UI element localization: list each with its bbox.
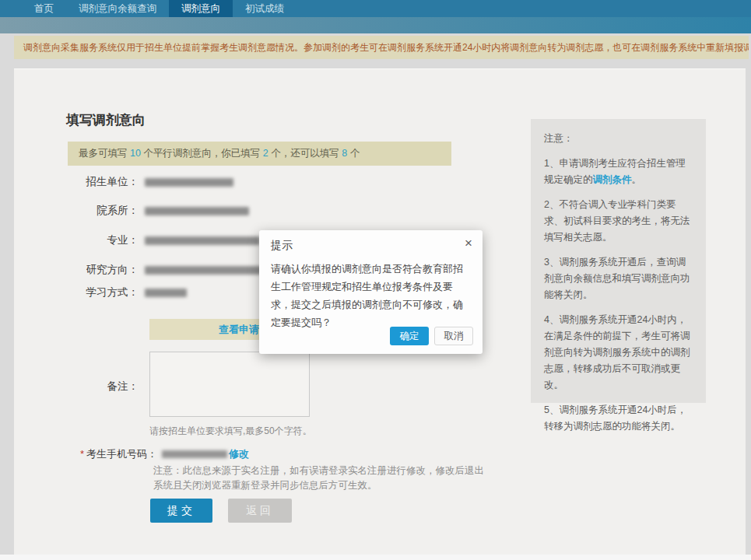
top-navbar: 首页 调剂意向余额查询 调剂意向 初试成绩 <box>0 0 751 17</box>
modify-phone-link[interactable]: 修改 <box>229 448 249 460</box>
navbar-sub-strip <box>0 17 751 33</box>
redacted-value-department <box>145 207 249 215</box>
bottom-strip <box>0 555 751 560</box>
nav-tab-quota-query[interactable]: 调剂意向余额查询 <box>66 0 169 17</box>
redacted-value-admission-unit <box>145 178 233 187</box>
back-button[interactable]: 返回 <box>228 499 292 523</box>
confirm-dialog: 提示 × 请确认你填报的调剂意向是否符合教育部招生工作管理规定和招生单位报考条件… <box>259 230 483 354</box>
close-icon[interactable]: × <box>465 236 472 250</box>
remark-textarea[interactable] <box>149 352 310 417</box>
page: 首页 调剂意向余额查询 调剂意向 初试成绩 调剂意向采集服务系统仅用于招生单位提… <box>0 0 751 560</box>
nav-tab-home[interactable]: 首页 <box>22 0 66 17</box>
field-label-study-mode: 学习方式： <box>66 285 139 299</box>
quota-text: 个 <box>347 148 360 159</box>
sidebar-note-3: 3、调剂服务系统开通后，查询调剂意向余额信息和填写调剂意向功能将关闭。 <box>544 254 693 303</box>
quota-text: 个平行调剂意向，你已填写 <box>141 148 263 159</box>
sidebar-note-5: 5、调剂服务系统开通24小时后，转移为调剂志愿的功能将关闭。 <box>544 402 693 435</box>
redacted-value-major <box>145 236 260 245</box>
nav-tab-adjustment-intention[interactable]: 调剂意向 <box>169 0 233 17</box>
sidebar-note-1: 1、申请调剂考生应符合招生管理规定确定的调剂条件。 <box>544 156 693 188</box>
phone-note-line1: 注意：此信息来源于实名注册，如有误请登录实名注册进行修改，修改后退出 <box>153 464 484 478</box>
remark-help-text: 请按招生单位要求填写,最多50个字符。 <box>149 425 312 438</box>
phone-row: *考生手机号码：修改 <box>80 447 249 461</box>
field-label-research-direction: 研究方向： <box>66 263 139 277</box>
sidebar-note-2: 2、不符合调入专业学科门类要求、初试科目要求的考生，将无法填写相关志愿。 <box>544 197 693 246</box>
quota-text: 最多可填写 <box>79 148 130 159</box>
quota-filled-count: 2 <box>263 148 268 159</box>
submit-button[interactable]: 提交 <box>150 499 212 523</box>
dialog-message: 请确认你填报的调剂意向是否符合教育部招生工作管理规定和招生单位报考条件及要求，提… <box>271 260 472 331</box>
cancel-button[interactable]: 取消 <box>434 327 473 345</box>
redacted-value-research-direction <box>145 266 261 275</box>
adjustment-conditions-link[interactable]: 调剂条件 <box>593 174 632 185</box>
field-label-admission-unit: 招生单位： <box>66 175 139 189</box>
field-label-department: 院系所： <box>66 204 139 218</box>
quota-max-count: 10 <box>130 148 141 159</box>
system-notice-banner: 调剂意向采集服务系统仅用于招生单位提前掌握考生调剂意愿情况。参加调剂的考生可在调… <box>14 36 749 59</box>
sidebar-note-4: 4、调剂服务系统开通24小时内，在满足条件的前提下，考生可将调剂意向转为调剂服务… <box>544 312 693 394</box>
notes-sidebar: 注意： 1、申请调剂考生应符合招生管理规定确定的调剂条件。 2、不符合调入专业学… <box>531 119 706 403</box>
sidebar-title: 注意： <box>544 131 693 147</box>
redacted-value-study-mode <box>145 289 187 297</box>
confirm-button[interactable]: 确定 <box>390 327 429 345</box>
remark-label: 备注： <box>66 380 139 394</box>
phone-note-line2: 系统且关闭浏览器重新登录并同步信息后方可生效。 <box>153 478 377 493</box>
quota-info-banner: 最多可填写 10 个平行调剂意向，你已填写 2 个，还可以填写 8 个 <box>68 142 451 166</box>
page-title: 填写调剂意向 <box>66 111 146 129</box>
quota-text: 个，还可以填写 <box>268 148 342 159</box>
required-asterisk: * <box>80 448 84 460</box>
redacted-phone-number <box>162 450 227 458</box>
nav-tab-initial-scores[interactable]: 初试成绩 <box>233 0 297 17</box>
field-label-major: 专业： <box>66 233 139 247</box>
dialog-title: 提示 <box>271 239 293 253</box>
phone-label: 考生手机号码： <box>86 448 157 460</box>
